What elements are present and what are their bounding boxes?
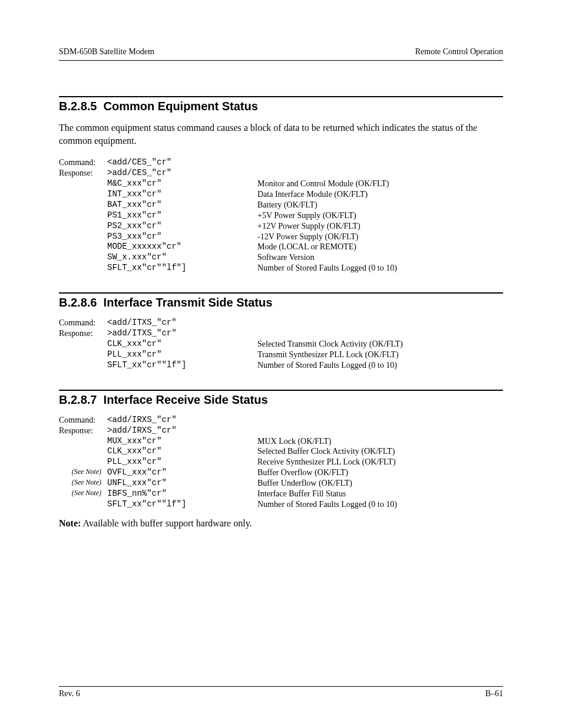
response-code: SFLT_xx"cr""lf"] (107, 360, 257, 371)
response-code: IBFS_nn%"cr" (107, 489, 257, 499)
section-intro: The common equipment status command caus… (59, 121, 503, 147)
section-title: Interface Transmit Side Status (104, 296, 273, 309)
response-desc: Mode (LOCAL or REMOTE) (257, 242, 503, 252)
response-desc: Number of Stored Faults Logged (0 to 10) (257, 263, 503, 274)
section-rule (59, 96, 503, 97)
header-left: SDM-650B Satellite Modem (59, 47, 154, 57)
section-number: B.2.8.6 (59, 296, 97, 309)
footer-rule (59, 686, 503, 687)
response-code: BAT_xxx"cr" (107, 200, 257, 210)
command-block: Command: <add/ITXS_"cr" Response: >add/I… (59, 318, 503, 371)
response-code: SFLT_xx"cr""lf"] (107, 263, 257, 274)
response-code: M&C_xxx"cr" (107, 179, 257, 189)
see-note: (See Note) (59, 489, 107, 498)
response-code: UNFL_xxx"cr" (107, 478, 257, 489)
response-code: >add/IRXS_"cr" (107, 426, 257, 436)
section-heading: B.2.8.6 Interface Transmit Side Status (59, 296, 503, 309)
response-label: Response: (59, 328, 107, 339)
section-number: B.2.8.5 (59, 100, 97, 113)
command-code: <add/CES_"cr" (107, 157, 257, 168)
header-right: Remote Control Operation (415, 47, 503, 57)
response-desc: +5V Power Supply (OK/FLT) (257, 210, 503, 221)
command-code: <add/IRXS_"cr" (107, 415, 257, 426)
section-rule (59, 292, 503, 294)
response-code: OVFL_xxx"cr" (107, 467, 257, 478)
response-desc: Number of Stored Faults Logged (0 to 10) (257, 499, 503, 510)
response-desc: Interface Buffer Fill Status (257, 489, 503, 499)
response-code: CLK_xxx"cr" (107, 339, 257, 350)
response-code: >add/ITXS_"cr" (107, 328, 257, 339)
note-line: Note: Available with buffer support hard… (59, 518, 503, 529)
command-label: Command: (59, 415, 107, 426)
response-code: MUX_xxx"cr" (107, 436, 257, 447)
note-text: Available with buffer support hardware o… (81, 518, 252, 528)
response-desc: Receive Synthesizer PLL Lock (OK/FLT) (257, 457, 503, 467)
command-code: <add/ITXS_"cr" (107, 318, 257, 328)
response-code: PS3_xxx"cr" (107, 232, 257, 242)
response-desc: -12V Power Supply (OK/FLT) (257, 232, 503, 242)
header-rule (59, 60, 503, 61)
section-b287: B.2.8.7 Interface Receive Side Status Co… (59, 390, 503, 529)
note-label: Note: (59, 518, 81, 528)
response-code: SW_x.xxx"cr" (107, 252, 257, 263)
response-code: CLK_xxx"cr" (107, 446, 257, 457)
page: SDM-650B Satellite Modem Remote Control … (0, 0, 562, 728)
section-b285: B.2.8.5 Common Equipment Status The comm… (59, 96, 503, 274)
response-desc: +12V Power Supply (OK/FLT) (257, 221, 503, 232)
section-rule (59, 390, 503, 391)
see-note: (See Note) (59, 467, 107, 476)
response-desc: Buffer Underflow (OK/FLT) (257, 478, 503, 489)
response-desc: Battery (OK/FLT) (257, 200, 503, 210)
response-desc: Transmit Synthesizer PLL Lock (OK/FLT) (257, 350, 503, 360)
response-code: PS1_xxx"cr" (107, 210, 257, 221)
response-desc: MUX Lock (OK/FLT) (257, 436, 503, 447)
response-code: SFLT_xx"cr""lf"] (107, 499, 257, 510)
response-desc: Number of Stored Faults Logged (0 to 10) (257, 360, 503, 371)
response-desc: Buffer Overflow (OK/FLT) (257, 467, 503, 478)
section-heading: B.2.8.7 Interface Receive Side Status (59, 393, 503, 407)
section-heading: B.2.8.5 Common Equipment Status (59, 100, 503, 113)
response-code: INT_xxx"cr" (107, 189, 257, 200)
response-desc: Monitor and Control Module (OK/FLT) (257, 179, 503, 189)
footer-left: Rev. 6 (59, 689, 80, 699)
section-title: Common Equipment Status (104, 100, 258, 113)
page-footer: Rev. 6 B–61 (59, 686, 503, 699)
response-desc: Selected Transmit Clock Activity (OK/FLT… (257, 339, 503, 350)
response-code: PS2_xxx"cr" (107, 221, 257, 232)
response-desc: Data Interface Module (OK/FLT) (257, 189, 503, 200)
response-desc: Software Version (257, 252, 503, 263)
response-code: MODE_xxxxxx"cr" (107, 242, 257, 252)
command-block: Command: <add/IRXS_"cr" Response: >add/I… (59, 415, 503, 510)
section-number: B.2.8.7 (59, 393, 97, 406)
response-label: Response: (59, 168, 107, 179)
section-title: Interface Receive Side Status (104, 393, 268, 406)
see-note: (See Note) (59, 478, 107, 487)
footer-right: B–61 (485, 689, 503, 699)
command-label: Command: (59, 157, 107, 168)
response-code: PLL_xxx"cr" (107, 350, 257, 360)
command-block: Command: <add/CES_"cr" Response: >add/CE… (59, 157, 503, 274)
response-label: Response: (59, 426, 107, 436)
command-label: Command: (59, 318, 107, 328)
response-code: PLL_xxx"cr" (107, 457, 257, 467)
section-b286: B.2.8.6 Interface Transmit Side Status C… (59, 292, 503, 371)
response-code: >add/CES_"cr" (107, 168, 257, 179)
response-desc: Selected Buffer Clock Activity (OK/FLT) (257, 446, 503, 457)
page-header: SDM-650B Satellite Modem Remote Control … (59, 47, 503, 57)
